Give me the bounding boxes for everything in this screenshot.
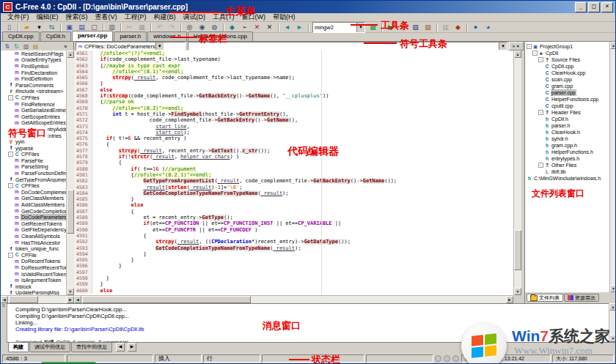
tree-row[interactable]: hparser.h <box>525 122 616 129</box>
tree-row[interactable]: CCpDll.cpp <box>525 63 616 70</box>
panel-tab[interactable]: 资源层次 <box>564 294 599 302</box>
panel-tab[interactable]: 文件列表 <box>527 294 563 302</box>
scroll-thumb[interactable] <box>514 230 521 270</box>
tree-row[interactable]: -?Header Files <box>525 109 616 116</box>
tree-row[interactable]: mParseString <box>1 164 73 171</box>
expand-icon[interactable]: - <box>8 152 13 157</box>
menu-item[interactable]: 编辑(E) <box>33 12 62 22</box>
tab-scroll-left-icon[interactable]: ◀ <box>116 343 125 352</box>
sort-button[interactable]: ⇅ <box>2 42 12 51</box>
nav-forward-button[interactable]: ► <box>293 22 306 33</box>
tree-row[interactable]: fGetTypeFromArgument <box>1 177 73 183</box>
tree-row[interactable]: mDoRecentTokens <box>1 259 73 265</box>
tree-row[interactable]: hgram.cpp.h <box>525 142 616 149</box>
scroll-right-icon[interactable]: ▶ <box>67 296 74 303</box>
editor-hscrollbar[interactable]: ◀ ▶ <box>74 295 513 303</box>
menu-item[interactable]: 构建(B) <box>150 12 180 22</box>
clear-marks-button[interactable]: ✕ <box>251 22 263 33</box>
tree-row[interactable]: hClearHook.h <box>525 129 616 135</box>
tree-row[interactable]: -?Other Files <box>525 162 616 168</box>
scroll-up-icon[interactable]: ▲ <box>610 42 616 49</box>
minimize-button[interactable]: _ <box>575 2 587 12</box>
menu-item[interactable]: 查看(V) <box>92 12 121 22</box>
expand-icon[interactable]: - <box>8 95 13 100</box>
group-view-button[interactable]: ▥ <box>21 42 31 51</box>
tree-row[interactable]: fyyparse <box>1 145 73 152</box>
tree-row[interactable]: mDoResortRecentTok <box>1 264 73 271</box>
clear-all-marks-button[interactable]: ✕ <box>263 22 276 33</box>
tree-row[interactable]: mIsValidRecentToken <box>1 271 73 278</box>
tree-row[interactable]: mIsArgumentToken <box>1 277 73 283</box>
tree-row[interactable]: mFindSymbol <box>1 63 73 70</box>
tree-row[interactable]: -CCPFile <box>1 252 73 259</box>
code-editor[interactable]: 4561 //ofile<<"(?)"<<endl;4562 if(code_c… <box>74 51 513 295</box>
tree-row[interactable]: mGetRecentTokens <box>1 220 73 227</box>
compiler-combo[interactable]: mingw2▼ <box>312 22 365 33</box>
tree-row[interactable]: -■CpDll <box>525 50 616 56</box>
tree-row[interactable]: ##include <strstream> <box>1 89 73 95</box>
tree-row[interactable]: mFindReference <box>1 101 73 108</box>
symbol-combo[interactable]: m CPFiles::DoCodeParameters ▼ <box>76 42 186 51</box>
scroll-down-icon[interactable]: ▼ <box>610 285 616 292</box>
tree-row[interactable]: mGetClassMembers <box>1 196 73 202</box>
scroll-down-icon[interactable]: ▼ <box>514 288 521 295</box>
editor-tab[interactable]: CpDll.h <box>40 31 71 41</box>
scroll-up-icon[interactable]: ▲ <box>67 51 74 58</box>
build-options-button[interactable]: ▩ <box>367 22 379 33</box>
tree-row[interactable]: fParseComments <box>1 82 73 89</box>
tree-row[interactable]: hCpDll.h <box>525 116 616 122</box>
scroll-up-icon[interactable]: ▲ <box>514 51 521 58</box>
expand-icon[interactable]: - <box>532 51 538 56</box>
detail-view-button[interactable]: ▤ <box>31 42 40 51</box>
tree-row[interactable]: -▣ProjectGroup1 <box>525 43 616 50</box>
scroll-right-icon[interactable]: ▶ <box>506 296 513 303</box>
scroll-left-icon[interactable]: ◀ <box>74 296 81 303</box>
chevron-down-icon[interactable]: ▼ <box>155 42 164 50</box>
message-tab[interactable]: 构建 <box>8 343 29 352</box>
editor-tab[interactable]: CpDll.cpp <box>2 31 40 41</box>
tree-row[interactable]: hsyhdr.h <box>525 135 616 142</box>
menu-item[interactable]: 帮助(H) <box>269 12 299 22</box>
tree-row[interactable]: mGetFileDependency <box>1 227 73 234</box>
chevron-down-icon[interactable]: ▼ <box>499 42 507 50</box>
menu-item[interactable]: 文件(F) <box>4 12 33 22</box>
tree-row[interactable]: hentrytypes.h <box>525 155 616 162</box>
scroll-thumb[interactable] <box>9 296 38 303</box>
expand-icon[interactable]: - <box>8 183 13 188</box>
tree-row[interactable]: finblock <box>1 283 73 290</box>
tree-row[interactable]: mCleanAllSymbols <box>1 233 73 239</box>
tree-row[interactable]: Llibfl.lib <box>525 168 616 175</box>
compile-button[interactable]: ▧ <box>409 22 422 33</box>
web-home-button[interactable]: ● <box>469 22 482 33</box>
tree-row[interactable]: hC:\MinGW\include\windows.h <box>525 175 616 182</box>
tree-row[interactable]: mParseFunctionDefine <box>1 170 73 177</box>
expand-icon[interactable]: - <box>8 253 13 258</box>
message-tab[interactable]: 查找中间信息 <box>71 343 112 352</box>
tree-row[interactable]: mDoCodeComplement <box>1 189 73 196</box>
tree-row[interactable]: Ccputil.cpp <box>525 103 616 109</box>
tree-row[interactable]: -?Source Files <box>525 56 616 63</box>
scroll-thumb[interactable] <box>82 296 251 303</box>
refresh-button[interactable]: ↻ <box>12 42 21 51</box>
expand-icon[interactable]: - <box>538 163 543 168</box>
tree-row[interactable]: -CCPFiles <box>1 94 73 101</box>
tree-row[interactable]: mFindDeclaration <box>1 70 73 76</box>
symbol-window-hscrollbar[interactable]: ◀ ▶ <box>1 295 74 303</box>
file-list-vscrollbar[interactable]: ▲ ▼ <box>609 42 616 292</box>
tree-row[interactable]: mGetAllScopeEntries <box>1 120 73 127</box>
search-symbol-combo[interactable]: ▼ <box>188 42 507 51</box>
scroll-thumb[interactable] <box>67 190 74 234</box>
scroll-left-icon[interactable]: ◀ <box>1 296 8 303</box>
editor-tab[interactable]: parser.h <box>114 31 147 41</box>
nav-back-button[interactable]: ◄ <box>281 22 293 33</box>
tree-row[interactable]: mResetSearchFlags <box>1 51 73 57</box>
symbol-window-vscrollbar[interactable]: ▲ ▼ <box>66 51 74 295</box>
tree-row[interactable]: -CCPFiles <box>1 152 73 158</box>
tree-row[interactable]: hHelperFunctions.h <box>525 149 616 155</box>
tree-row[interactable]: Cscan.cpp <box>525 76 616 83</box>
goto-symbol-button[interactable]: ▸ ▼ <box>509 42 524 51</box>
tree-row[interactable]: mGetSerializedEntries <box>1 107 73 114</box>
tree-row[interactable]: mFindDefinition <box>1 75 73 82</box>
maximize-button[interactable]: □ <box>588 2 600 12</box>
tree-row[interactable]: mDoCodeParameters <box>1 214 73 220</box>
